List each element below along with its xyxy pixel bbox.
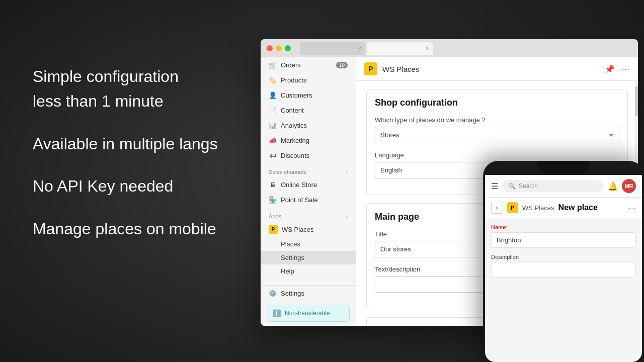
pin-icon[interactable]: 📌 [605, 64, 615, 74]
phone-page-title: New place [558, 203, 625, 212]
sidebar-item-customers[interactable]: 👤 Customers [261, 87, 356, 103]
phone-back-button[interactable]: ‹ [491, 202, 503, 214]
ws-places-icon: P [269, 225, 278, 234]
sidebar-item-products[interactable]: 🏷️ Products [261, 72, 356, 87]
sidebar-sub-item-settings[interactable]: Settings [261, 251, 356, 264]
app-logo: P [364, 62, 377, 75]
sidebar: 🛒 Orders 10 🏷️ Products 👤 Customers 📄 Co… [261, 57, 356, 326]
section-3: No API Key needed [33, 175, 218, 198]
sidebar-bottom: ⚙️ Settings ℹ️ Non-transferable [261, 285, 356, 326]
customers-icon: 👤 [269, 91, 277, 99]
marketing-icon: 📣 [269, 136, 277, 144]
phone-more-icon[interactable]: ··· [628, 204, 636, 212]
discounts-icon: 🏷 [269, 151, 277, 159]
content-icon: 📄 [269, 106, 277, 114]
sidebar-item-point-of-sale[interactable]: 🏪 Point of Sale [261, 192, 356, 207]
help-label: Help [281, 267, 294, 275]
phone-search-text: Search [519, 183, 538, 190]
content-label: Content [281, 107, 304, 114]
section-2: Available in multiple langs [33, 133, 218, 155]
sidebar-item-analytics[interactable]: 📊 Analytics [261, 118, 356, 133]
close-dot[interactable] [267, 45, 273, 51]
settings-label: Settings [281, 290, 304, 297]
phone-avatar[interactable]: MR [622, 179, 636, 193]
pos-label: Point of Sale [281, 196, 318, 204]
phone-name-group: Name* [491, 224, 636, 248]
non-transferable-badge: ℹ️ Non-transferable [267, 305, 350, 322]
phone-description-label: Description [491, 254, 636, 260]
analytics-icon: 📊 [269, 121, 277, 129]
sidebar-item-online-store[interactable]: 🖥 Online Store [261, 177, 356, 192]
minimize-dot[interactable] [276, 45, 282, 51]
app-name: WS Places [382, 65, 419, 73]
sidebar-sub-item-places[interactable]: Places [261, 237, 356, 251]
main-header: P WS Places 📌 ··· [356, 57, 638, 81]
browser-tabs: × × [300, 42, 632, 55]
online-store-label: Online Store [281, 181, 317, 189]
maximize-dot[interactable] [285, 45, 291, 51]
online-store-icon: 🖥 [269, 180, 277, 189]
orders-icon: 🛒 [269, 61, 277, 69]
apps-arrow: › [346, 213, 348, 219]
phone-description-input[interactable] [491, 262, 636, 278]
sidebar-item-orders[interactable]: 🛒 Orders 10 [261, 57, 356, 72]
line-5: Manage places on mobile [33, 218, 218, 240]
non-transferable-label: Non-transferable [285, 310, 330, 317]
settings-sub-label: Settings [281, 254, 304, 261]
more-options-icon[interactable]: ··· [621, 64, 630, 74]
phone-menu-icon[interactable]: ☰ [491, 182, 498, 191]
analytics-label: Analytics [281, 122, 307, 129]
info-icon: ℹ️ [272, 309, 281, 317]
orders-badge: 10 [336, 62, 348, 68]
browser-tab-1[interactable]: × [300, 42, 365, 55]
products-label: Products [281, 76, 306, 84]
phone-notch [538, 161, 589, 175]
phone-screen: ☰ 🔍 Search 🔔 MR ‹ P WS Places New place … [485, 175, 642, 362]
line-1: Simple configuration [33, 65, 218, 88]
phone-notification-icon[interactable]: 🔔 [608, 182, 618, 191]
phone-description-group: Description [491, 254, 636, 278]
tab-close-1[interactable]: × [358, 46, 361, 51]
left-text-block: Simple configuration less than 1 minute … [33, 65, 218, 260]
section-title: Shop configuration [375, 98, 619, 108]
section-1: Simple configuration less than 1 minute [33, 65, 218, 113]
customers-label: Customers [281, 92, 312, 99]
browser-titlebar: × × [261, 39, 638, 57]
header-actions: 📌 ··· [605, 64, 630, 74]
language-label: Language [375, 151, 619, 159]
orders-label: Orders [281, 61, 301, 69]
sales-channels-arrow: › [346, 169, 348, 175]
sidebar-item-content[interactable]: 📄 Content [261, 103, 356, 118]
sidebar-item-settings[interactable]: ⚙️ Settings [261, 286, 356, 301]
place-type-label: Which type of places do we manage ? [375, 116, 619, 124]
tab-close-2[interactable]: × [426, 46, 429, 51]
sales-channels-label: Sales channels [269, 169, 306, 175]
phone-app-logo: P [507, 202, 518, 213]
place-type-select[interactable]: Stores Restaurants Hotels [375, 127, 619, 143]
phone-mockup: ☰ 🔍 Search 🔔 MR ‹ P WS Places New place … [483, 161, 644, 362]
sidebar-sub-item-help[interactable]: Help [261, 264, 356, 278]
places-label: Places [281, 240, 300, 248]
section-4: Manage places on mobile [33, 218, 218, 240]
phone-name-input[interactable] [491, 232, 636, 248]
products-icon: 🏷️ [269, 76, 277, 84]
phone-search-icon: 🔍 [508, 183, 516, 190]
phone-search-bar[interactable]: 🔍 Search [502, 180, 604, 192]
line-3: Available in multiple langs [33, 133, 218, 155]
apps-section: Apps › [261, 207, 356, 221]
ws-places-label: WS Places [282, 226, 314, 233]
sidebar-item-discounts[interactable]: 🏷 Discounts [261, 148, 356, 163]
sidebar-item-marketing[interactable]: 📣 Marketing [261, 133, 356, 148]
browser-tab-2[interactable]: × [367, 42, 433, 55]
sales-channels-section: Sales channels › [261, 163, 356, 177]
phone-content: Name* Description [485, 218, 642, 362]
apps-label: Apps [269, 213, 281, 219]
phone-header: ☰ 🔍 Search 🔔 MR [485, 175, 642, 198]
discounts-label: Discounts [281, 152, 309, 159]
settings-icon: ⚙️ [269, 289, 277, 297]
marketing-label: Marketing [281, 137, 309, 144]
place-type-group: Which type of places do we manage ? Stor… [375, 116, 619, 143]
scrollbar-thumb[interactable] [635, 86, 638, 116]
sidebar-item-ws-places[interactable]: P WS Places [261, 221, 356, 237]
pos-icon: 🏪 [269, 196, 277, 204]
